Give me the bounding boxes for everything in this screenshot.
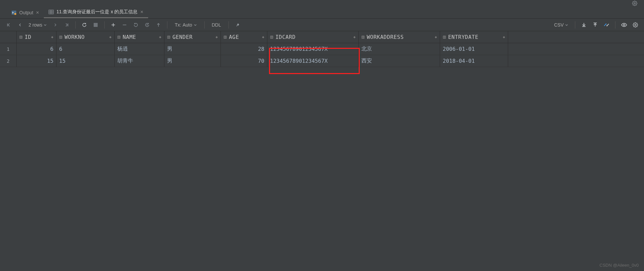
sort-icon: ◆ (435, 35, 437, 39)
results-table: ⊞ID◆ ⊞WORKNO◆ ⊞NAME◆ ⊞GENDER◆ ⊞AGE◆ ⊞IDC… (0, 31, 644, 67)
duplicate-row-icon[interactable] (142, 20, 152, 30)
row-number: 2 (0, 55, 17, 67)
cell-id[interactable]: 6 (17, 43, 56, 55)
table-row[interactable]: 1 6 6 杨逍 男 28 12345678901234567X 北京 2006… (0, 43, 644, 55)
column-icon: ⊞ (167, 34, 170, 40)
tab-label: 11.查询身份证最后一位是 x 的员工信息 (56, 9, 138, 15)
cell-gender[interactable]: 男 (164, 55, 221, 67)
col-header-gender[interactable]: ⊞GENDER◆ (164, 31, 221, 43)
top-gear-icon[interactable] (630, 0, 639, 8)
sort-icon: ◆ (353, 35, 356, 39)
upload-icon[interactable] (591, 20, 600, 30)
last-page-icon[interactable] (62, 20, 71, 30)
add-row-icon[interactable] (109, 20, 118, 30)
col-header-id[interactable]: ⊞ID◆ (17, 31, 56, 43)
cell-workno[interactable]: 6 (56, 43, 115, 55)
gutter-header (0, 31, 17, 43)
reload-icon[interactable] (80, 20, 89, 30)
next-page-icon[interactable] (51, 20, 60, 30)
pin-icon[interactable] (233, 20, 242, 30)
compare-icon[interactable] (602, 20, 611, 30)
tx-mode-dropdown[interactable]: Tx: Auto (171, 22, 200, 28)
cell-age[interactable]: 28 (221, 43, 267, 55)
download-icon[interactable] (579, 20, 589, 30)
row-number: 1 (0, 43, 17, 55)
sort-icon: ◆ (503, 35, 505, 39)
cell-workaddress[interactable]: 北京 (359, 43, 440, 55)
cell-id[interactable]: 15 (17, 55, 56, 67)
results-toolbar: 2 rows Tx: Auto DDL CSV (0, 19, 644, 31)
column-icon: ⊞ (361, 34, 365, 40)
cell-workno[interactable]: 15 (56, 55, 115, 67)
svg-point-0 (634, 3, 635, 4)
column-icon: ⊞ (19, 34, 23, 40)
cell-age[interactable]: 70 (221, 55, 267, 67)
table-row[interactable]: 2 15 15 胡青牛 男 70 12345678901234567X 西安 2… (0, 55, 644, 67)
chevron-down-icon (565, 23, 568, 27)
table-header: ⊞ID◆ ⊞WORKNO◆ ⊞NAME◆ ⊞GENDER◆ ⊞AGE◆ ⊞IDC… (0, 31, 644, 43)
tab-label: Output (19, 10, 33, 15)
stop-icon[interactable] (91, 20, 100, 30)
cell-name[interactable]: 杨逍 (115, 43, 164, 55)
remove-row-icon[interactable] (120, 20, 129, 30)
cell-gender[interactable]: 男 (164, 43, 221, 55)
col-header-workno[interactable]: ⊞WORKNO◆ (56, 31, 115, 43)
col-header-age[interactable]: ⊞AGE◆ (221, 31, 267, 43)
console-icon (11, 10, 17, 15)
export-format-label: CSV (554, 22, 564, 28)
tab-output[interactable]: Output ✕ (7, 7, 44, 18)
view-icon[interactable] (619, 20, 629, 30)
sort-icon: ◆ (262, 35, 264, 39)
table-icon (48, 9, 54, 15)
first-page-icon[interactable] (4, 20, 13, 30)
column-icon: ⊞ (443, 34, 446, 40)
ddl-button[interactable]: DDL (209, 22, 225, 28)
column-icon: ⊞ (270, 34, 273, 40)
commit-icon[interactable] (154, 20, 163, 30)
settings-icon[interactable] (631, 20, 640, 30)
col-header-workaddress[interactable]: ⊞WORKADDRESS◆ (359, 31, 440, 43)
svg-rect-10 (94, 23, 98, 27)
cell-workaddress[interactable]: 西安 (359, 55, 440, 67)
row-count-dropdown[interactable]: 2 rows (27, 22, 49, 28)
chevron-down-icon (194, 23, 197, 27)
sort-icon: ◆ (109, 35, 112, 39)
editor-tabs: Output ✕ 11.查询身份证最后一位是 x 的员工信息 ✕ (0, 7, 644, 19)
col-header-entrydate[interactable]: ⊞ENTRYDATE◆ (440, 31, 508, 43)
tab-query[interactable]: 11.查询身份证最后一位是 x 的员工信息 ✕ (44, 7, 148, 18)
close-icon[interactable]: ✕ (36, 10, 39, 15)
cell-idcard[interactable]: 12345678901234567X (267, 43, 359, 55)
svg-rect-3 (49, 10, 53, 14)
svg-point-18 (623, 24, 625, 26)
cell-entrydate[interactable]: 2018-04-01 (440, 55, 508, 67)
col-header-name[interactable]: ⊞NAME◆ (115, 31, 164, 43)
prev-page-icon[interactable] (15, 20, 25, 30)
column-icon: ⊞ (224, 34, 227, 40)
tx-mode-value: Auto (183, 22, 192, 28)
close-icon[interactable]: ✕ (140, 10, 143, 14)
sort-icon: ◆ (159, 35, 161, 39)
watermark: CSDN @Aileen_0v0 (599, 263, 639, 268)
col-header-idcard[interactable]: ⊞IDCARD◆ (267, 31, 359, 43)
svg-point-19 (635, 24, 636, 26)
tx-prefix: Tx: (175, 22, 181, 28)
row-count-label: 2 rows (29, 22, 42, 28)
sort-icon: ◆ (51, 35, 53, 39)
column-icon: ⊞ (117, 34, 121, 40)
cell-entrydate[interactable]: 2006-01-01 (440, 43, 508, 55)
export-format-dropdown[interactable]: CSV (551, 22, 571, 28)
svg-point-2 (14, 13, 16, 15)
sort-icon: ◆ (216, 35, 218, 39)
column-icon: ⊞ (59, 34, 62, 40)
revert-icon[interactable] (131, 20, 140, 30)
chevron-down-icon (44, 23, 47, 27)
cell-name[interactable]: 胡青牛 (115, 55, 164, 67)
cell-idcard[interactable]: 12345678901234567X (267, 55, 359, 67)
